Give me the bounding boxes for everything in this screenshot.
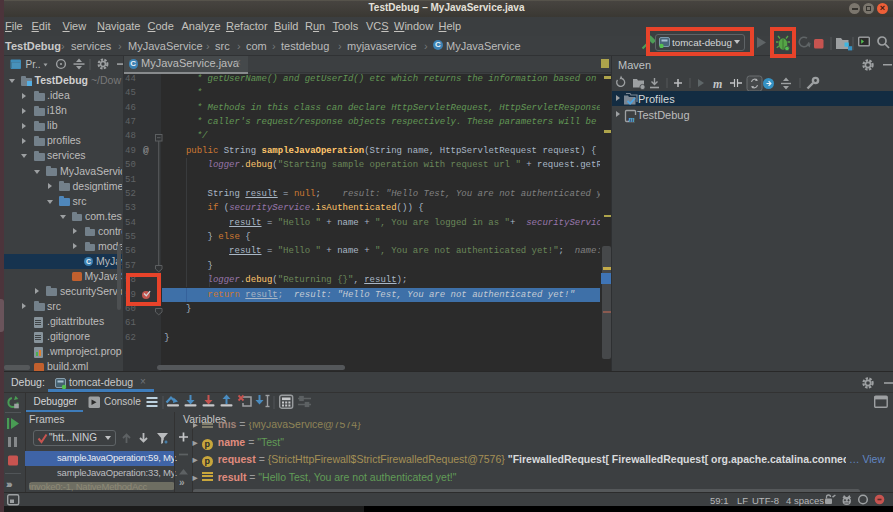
svg-text:»: » (179, 477, 185, 488)
svg-text:m: m (629, 115, 635, 123)
svg-text:m: m (713, 76, 722, 90)
svg-text:Pr..: Pr.. (26, 59, 41, 70)
